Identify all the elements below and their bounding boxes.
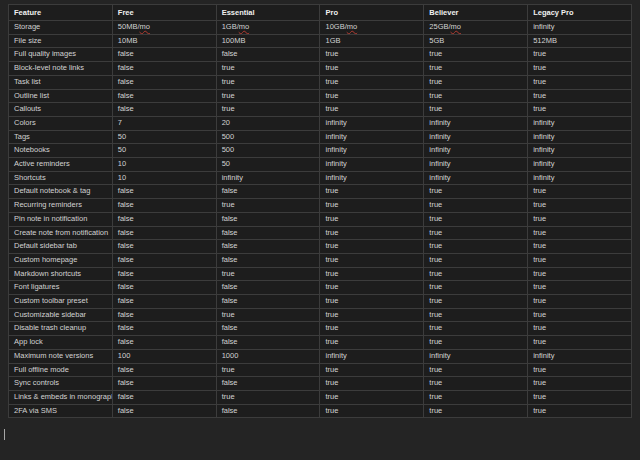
column-header: Pro [320,5,424,21]
value-cell: infinity [528,116,632,130]
value-cell: true [320,295,424,309]
value-cell: true [216,267,320,281]
table-body: Storage50MB/mo1GB/mo10GB/mo25GB/moinfini… [9,21,632,418]
value-cell: infinity [528,144,632,158]
feature-name-cell: App lock [9,336,113,350]
value-cell: true [424,308,528,322]
value-cell: 20 [216,116,320,130]
feature-name-cell: Outline list [9,89,113,103]
table-row: Links & embeds in monographsfalsetruetru… [9,390,632,404]
value-cell: 512MB [528,34,632,48]
table-row: Disable trash cleanupfalsefalsetruetruet… [9,322,632,336]
value-cell: true [216,363,320,377]
value-cell: infinity [528,349,632,363]
value-cell: 5GB [424,34,528,48]
feature-name-cell: Default sidebar tab [9,240,113,254]
text-cursor [4,429,5,440]
feature-name-cell: Block-level note links [9,62,113,76]
value-cell: true [528,62,632,76]
value-cell: true [528,199,632,213]
table-row: Pin note in notificationfalsefalsetruetr… [9,212,632,226]
value-cell: false [216,185,320,199]
table-header-row: FeatureFreeEssentialProBelieverLegacy Pr… [9,5,632,21]
value-cell: true [424,48,528,62]
value-cell: infinity [424,144,528,158]
table-row: Full offline modefalsetruetruetruetrue [9,363,632,377]
value-cell: true [216,62,320,76]
feature-name-cell: Customizable sidebar [9,308,113,322]
value-cell: false [216,240,320,254]
value-cell: false [112,48,216,62]
table-row: Recurring remindersfalsetruetruetruetrue [9,199,632,213]
value-cell: false [112,75,216,89]
value-cell: true [528,89,632,103]
value-cell: true [424,89,528,103]
value-cell: true [528,240,632,254]
table-row: Customizable sidebarfalsetruetruetruetru… [9,308,632,322]
value-cell: false [112,267,216,281]
value-cell: 50 [216,158,320,172]
feature-name-cell: File size [9,34,113,48]
table-header: FeatureFreeEssentialProBelieverLegacy Pr… [9,5,632,21]
value-cell: false [216,281,320,295]
value-cell: true [424,185,528,199]
value-cell: true [320,363,424,377]
table-row: Shortcuts10infinityinfinityinfinityinfin… [9,171,632,185]
value-cell: true [424,336,528,350]
feature-name-cell: Callouts [9,103,113,117]
value-cell: infinity [528,21,632,35]
value-cell: true [424,199,528,213]
table-row: Create note from notificationfalsefalset… [9,226,632,240]
feature-name-cell: Custom homepage [9,253,113,267]
value-cell: true [424,363,528,377]
value-cell: 25GB/mo [424,21,528,35]
value-cell: infinity [528,171,632,185]
value-cell: infinity [216,171,320,185]
table-row: Full quality imagesfalsefalsetruetruetru… [9,48,632,62]
value-cell: 10GB/mo [320,21,424,35]
value-cell: infinity [528,130,632,144]
table-row: Task listfalsetruetruetruetrue [9,75,632,89]
value-cell: false [216,295,320,309]
feature-name-cell: Tags [9,130,113,144]
table-row: Tags50500infinityinfinityinfinity [9,130,632,144]
value-cell: false [112,62,216,76]
value-cell: infinity [320,130,424,144]
value-cell: true [424,377,528,391]
value-cell: false [112,185,216,199]
misspelled-word: mo [239,22,249,31]
feature-name-cell: Sync controls [9,377,113,391]
value-cell: 10 [112,158,216,172]
misspelled-word: mo [451,22,461,31]
value-cell: false [216,48,320,62]
value-cell: false [112,363,216,377]
value-cell: 1GB/mo [216,21,320,35]
value-cell: 500 [216,130,320,144]
table-row: Notebooks50500infinityinfinityinfinity [9,144,632,158]
value-cell: true [528,253,632,267]
value-cell: false [112,308,216,322]
value-cell: true [216,75,320,89]
value-cell: 100 [112,349,216,363]
value-cell: true [320,240,424,254]
value-cell: infinity [320,144,424,158]
value-cell: true [320,281,424,295]
feature-name-cell: Pin note in notification [9,212,113,226]
value-cell: true [528,363,632,377]
value-cell: infinity [424,349,528,363]
value-cell: false [112,336,216,350]
value-cell: true [424,295,528,309]
value-cell: infinity [320,349,424,363]
value-cell: infinity [320,158,424,172]
value-cell: infinity [320,116,424,130]
value-cell: true [320,336,424,350]
feature-name-cell: Task list [9,75,113,89]
table-row: Maximum note versions1001000infinityinfi… [9,349,632,363]
value-cell: true [528,75,632,89]
column-header: Essential [216,5,320,21]
value-cell: true [424,226,528,240]
value-cell: 50 [112,144,216,158]
value-cell: true [320,212,424,226]
editor-surface[interactable]: FeatureFreeEssentialProBelieverLegacy Pr… [0,0,640,460]
value-cell: 10 [112,171,216,185]
